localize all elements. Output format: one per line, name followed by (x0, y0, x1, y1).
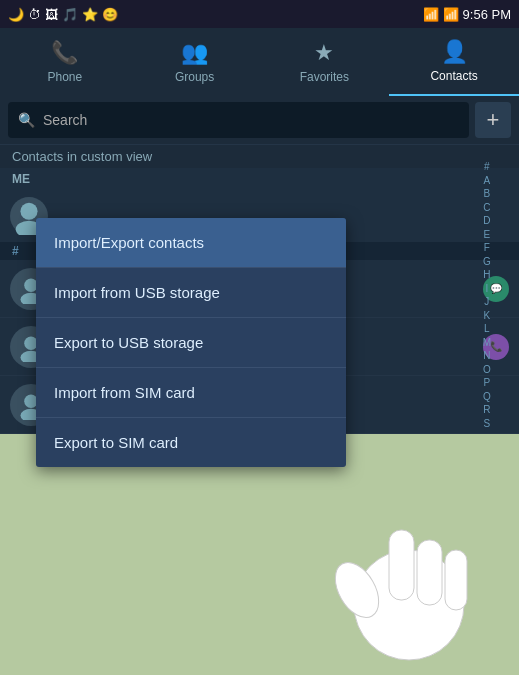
status-icons-right: 📶 📶 9:56 PM (423, 7, 511, 22)
contacts-header: Contacts in custom view (0, 144, 519, 168)
svg-point-0 (20, 203, 37, 220)
dropdown-menu: Import/Export contacts Import from USB s… (36, 218, 346, 467)
alphabet-index: # A B C D E F G H I J K L M N O P Q R S (483, 160, 491, 430)
dropdown-item-export-usb[interactable]: Export to USB storage (36, 318, 346, 368)
badge-icon: 💬 (490, 283, 502, 294)
tab-bar: 📞 Phone 👥 Groups ★ Favorites 👤 Contacts (0, 28, 519, 96)
tab-contacts-label: Contacts (430, 69, 477, 83)
svg-rect-10 (389, 530, 414, 600)
tab-groups[interactable]: 👥 Groups (130, 28, 260, 96)
me-section: ME (0, 168, 519, 190)
dropdown-item-import-sim[interactable]: Import from SIM card (36, 368, 346, 418)
favorites-icon: ★ (314, 40, 334, 66)
tab-favorites[interactable]: ★ Favorites (260, 28, 390, 96)
status-time: 9:56 PM (463, 7, 511, 22)
tab-favorites-label: Favorites (300, 70, 349, 84)
tab-phone-label: Phone (48, 70, 83, 84)
svg-rect-12 (445, 550, 467, 610)
svg-rect-11 (417, 540, 442, 605)
add-icon: + (487, 107, 500, 133)
viber-icon: 📞 (490, 341, 502, 352)
dropdown-item-export-sim[interactable]: Export to SIM card (36, 418, 346, 467)
phone-icon: 📞 (51, 40, 78, 66)
me-label: ME (12, 172, 30, 186)
contacts-header-label: Contacts in custom view (12, 149, 152, 164)
hand-cursor-icon (329, 475, 489, 665)
search-bar: 🔍 Search + (0, 96, 519, 144)
add-contact-button[interactable]: + (475, 102, 511, 138)
tab-phone[interactable]: 📞 Phone (0, 28, 130, 96)
tab-groups-label: Groups (175, 70, 214, 84)
hand-cursor (329, 475, 489, 665)
status-icons-left: 🌙 ⏱ 🖼 🎵 ⭐ 😊 (8, 7, 118, 22)
tab-contacts[interactable]: 👤 Contacts (389, 28, 519, 96)
search-input-wrap[interactable]: 🔍 Search (8, 102, 469, 138)
search-icon: 🔍 (18, 112, 35, 128)
status-bar: 🌙 ⏱ 🖼 🎵 ⭐ 😊 📶 📶 9:56 PM (0, 0, 519, 28)
contacts-icon: 👤 (441, 39, 468, 65)
search-placeholder: Search (43, 112, 87, 128)
groups-icon: 👥 (181, 40, 208, 66)
dropdown-item-import-usb[interactable]: Import from USB storage (36, 268, 346, 318)
dropdown-item-import-export[interactable]: Import/Export contacts (36, 218, 346, 268)
